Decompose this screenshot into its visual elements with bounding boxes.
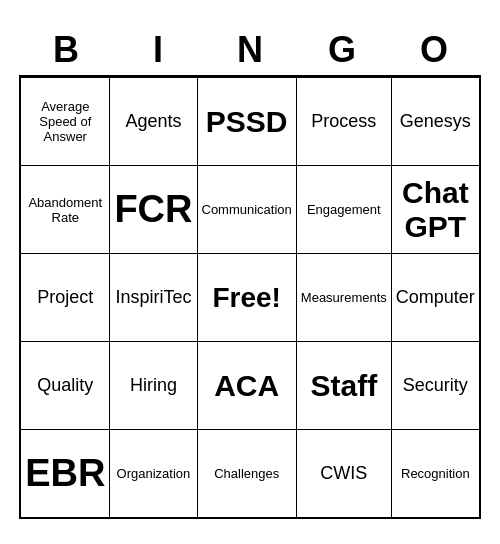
bingo-cell: Challenges [197,430,296,518]
cell-text: Average Speed of Answer [39,99,91,144]
header-letter: B [20,25,112,75]
bingo-cell: Organization [110,430,197,518]
cell-text: Quality [37,375,93,395]
table-row: ProjectInspiriTecFree!MeasurementsComput… [20,254,480,342]
cell-text: Challenges [214,466,279,481]
bingo-cell: Genesys [391,78,480,166]
cell-text: Free! [212,282,280,313]
bingo-cell: Measurements [296,254,391,342]
bingo-cell: FCR [110,166,197,254]
cell-text: PSSD [206,105,288,138]
bingo-cell: Engagement [296,166,391,254]
bingo-cell: CWIS [296,430,391,518]
bingo-cell: Computer [391,254,480,342]
cell-text: Project [37,287,93,307]
cell-text: EBR [25,452,105,494]
table-row: Abandoment RateFCRCommunicationEngagemen… [20,166,480,254]
cell-text: InspiriTec [115,287,191,307]
cell-text: Genesys [400,111,471,131]
bingo-cell: PSSD [197,78,296,166]
cell-text: FCR [114,188,192,230]
bingo-cell: Quality [20,342,110,430]
bingo-cell: Abandoment Rate [20,166,110,254]
cell-text: Staff [310,369,377,402]
cell-text: Process [311,111,376,131]
bingo-cell: Security [391,342,480,430]
bingo-cell: Project [20,254,110,342]
table-row: EBROrganizationChallengesCWISRecognition [20,430,480,518]
bingo-cell: Communication [197,166,296,254]
bingo-cell: Process [296,78,391,166]
bingo-cell: Hiring [110,342,197,430]
cell-text: Chat GPT [402,176,469,243]
table-row: Average Speed of AnswerAgentsPSSDProcess… [20,78,480,166]
header-letter: O [388,25,480,75]
cell-text: Recognition [401,466,470,481]
cell-text: Agents [125,111,181,131]
bingo-cell: Free! [197,254,296,342]
bingo-grid: Average Speed of AnswerAgentsPSSDProcess… [19,75,481,519]
cell-text: Hiring [130,375,177,395]
bingo-cell: ACA [197,342,296,430]
cell-text: Computer [396,287,475,307]
table-row: QualityHiringACAStaffSecurity [20,342,480,430]
bingo-cell: Recognition [391,430,480,518]
cell-text: CWIS [320,463,367,483]
bingo-cell: Agents [110,78,197,166]
cell-text: Abandoment Rate [28,195,102,225]
bingo-cell: Average Speed of Answer [20,78,110,166]
header-letter: G [296,25,388,75]
cell-text: Engagement [307,202,381,217]
cell-text: Security [403,375,468,395]
cell-text: Communication [202,202,292,217]
bingo-cell: InspiriTec [110,254,197,342]
cell-text: Measurements [301,290,387,305]
cell-text: ACA [214,369,279,402]
bingo-cell: Staff [296,342,391,430]
header-letter: N [204,25,296,75]
cell-text: Organization [117,466,191,481]
bingo-cell: Chat GPT [391,166,480,254]
bingo-cell: EBR [20,430,110,518]
header-letter: I [112,25,204,75]
bingo-header: BINGO [20,25,480,75]
